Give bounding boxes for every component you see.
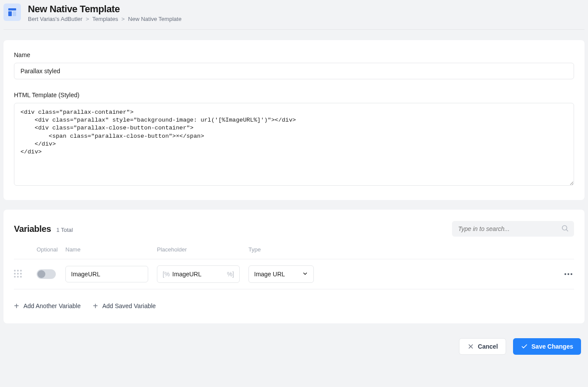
name-label: Name [14,51,574,58]
svg-line-4 [566,230,568,231]
optional-toggle[interactable] [37,269,56,279]
plus-icon: + [93,302,98,310]
svg-rect-0 [8,8,16,10]
variables-card: Variables 1 Total Optional Name Placehol… [3,210,585,323]
save-button[interactable]: Save Changes [513,338,581,355]
table-row: [% ImageURL %] Image URL [14,259,574,289]
breadcrumb: Bert Varias's AdButler > Templates > New… [28,16,181,22]
check-icon [521,343,528,350]
col-type: Type [248,246,323,253]
breadcrumb-templates[interactable]: Templates [92,16,118,22]
variables-count: 1 Total [56,227,73,233]
type-select[interactable]: Image URL [248,265,314,283]
template-card: Name HTML Template (Styled) <div class="… [3,40,585,200]
col-placeholder: Placeholder [157,246,248,253]
drag-handle-icon[interactable] [14,270,23,278]
col-optional: Optional [37,246,65,253]
close-icon [467,343,474,350]
col-name: Name [65,246,157,253]
variables-heading: Variables [14,224,51,234]
add-another-variable-button[interactable]: + Add Another Variable [14,302,81,310]
add-saved-variable-button[interactable]: + Add Saved Variable [93,302,156,310]
svg-rect-1 [8,11,12,16]
chevron-down-icon [302,271,308,278]
svg-rect-2 [13,11,16,16]
plus-icon: + [14,302,19,310]
more-actions-icon[interactable] [557,273,574,275]
cancel-button[interactable]: Cancel [459,338,506,355]
variable-name-input[interactable] [65,266,148,282]
search-input[interactable] [452,221,574,237]
breadcrumb-current: New Native Template [128,16,182,22]
name-input[interactable] [14,63,574,79]
placeholder-input[interactable]: [% ImageURL %] [157,265,240,283]
breadcrumb-root[interactable]: Bert Varias's AdButler [28,16,82,22]
search-icon [561,224,569,234]
template-icon [3,3,21,21]
html-template-input[interactable]: <div class="parallax-container"> <div cl… [14,103,574,186]
html-template-label: HTML Template (Styled) [14,92,574,98]
page-title: New Native Template [28,3,181,15]
